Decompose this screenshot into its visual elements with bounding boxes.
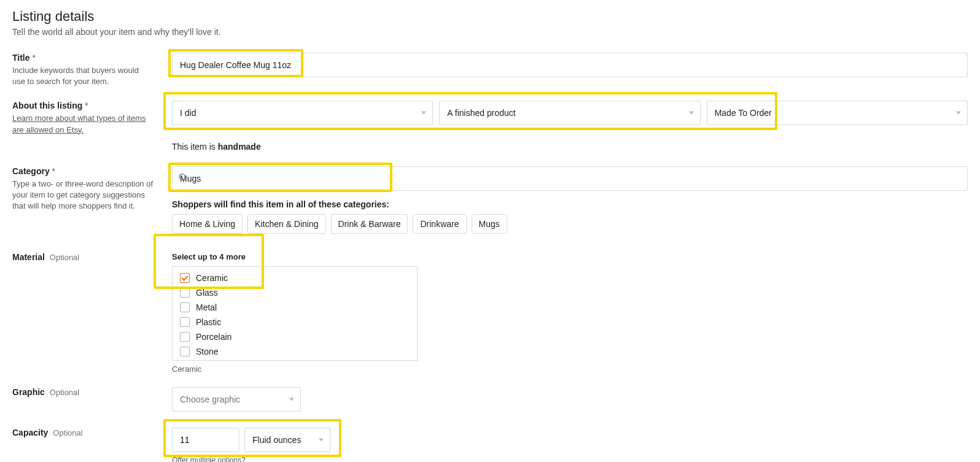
svg-line-1: [184, 179, 187, 181]
about-what-select[interactable]: A finished product: [439, 101, 700, 125]
search-icon: [178, 172, 188, 184]
title-input[interactable]: [172, 53, 968, 77]
capacity-unit-value: Fluid ounces: [252, 435, 301, 445]
title-help: Include keywords that buyers would use t…: [12, 65, 154, 87]
material-option-label: Glass: [196, 288, 218, 298]
graphic-label: Graphic: [12, 387, 45, 397]
category-search-input[interactable]: [172, 166, 968, 191]
title-label: Title: [12, 53, 154, 63]
about-who-select[interactable]: I did: [172, 101, 433, 125]
category-chip[interactable]: Drink & Barware: [331, 214, 408, 234]
about-when-select[interactable]: Made To Order: [707, 101, 968, 125]
category-label: Category: [12, 166, 154, 176]
about-label: About this listing: [12, 101, 154, 110]
svg-point-0: [179, 174, 185, 179]
chevron-down-icon: [289, 398, 294, 401]
graphic-optional: Optional: [50, 388, 79, 397]
checkbox-icon[interactable]: [180, 302, 190, 312]
category-help: Type a two- or three-word description of…: [12, 179, 154, 212]
checkbox-icon[interactable]: [180, 273, 190, 283]
material-option-label: Porcelain: [196, 332, 231, 342]
material-listbox[interactable]: CeramicGlassMetalPlasticPorcelainStone: [172, 266, 418, 361]
material-selected-summary: Ceramic: [172, 364, 968, 374]
material-note: Select up to 4 more: [172, 252, 968, 261]
chevron-down-icon: [956, 112, 961, 115]
capacity-optional: Optional: [53, 428, 82, 437]
graphic-placeholder: Choose graphic: [180, 395, 240, 404]
checkbox-icon[interactable]: [180, 347, 190, 356]
chevron-down-icon: [689, 112, 694, 115]
material-label: Material: [12, 252, 45, 262]
chevron-down-icon: [421, 112, 426, 115]
page-title: Listing details: [12, 9, 968, 25]
graphic-select[interactable]: Choose graphic: [172, 387, 301, 412]
capacity-unit-select[interactable]: Fluid ounces: [244, 428, 330, 452]
material-optional: Optional: [50, 253, 79, 262]
checkbox-icon[interactable]: [180, 332, 190, 342]
chevron-down-icon: [319, 438, 324, 441]
category-chip[interactable]: Kitchen & Dining: [247, 214, 326, 234]
material-option[interactable]: Ceramic: [173, 271, 417, 285]
material-option[interactable]: Glass: [173, 285, 417, 300]
material-option[interactable]: Metal: [173, 300, 417, 315]
material-option-label: Plastic: [196, 317, 221, 327]
offer-multiple-options-link[interactable]: Offer multiple options?: [172, 456, 968, 462]
checkbox-icon[interactable]: [180, 288, 190, 298]
page-subtitle: Tell the world all about your item and w…: [12, 27, 968, 37]
material-option[interactable]: Porcelain: [173, 329, 417, 344]
capacity-value-input[interactable]: [172, 428, 239, 452]
category-chip[interactable]: Drinkware: [413, 214, 466, 234]
material-option[interactable]: Stone: [173, 344, 417, 359]
category-chip[interactable]: Mugs: [472, 214, 507, 234]
material-option-label: Metal: [196, 302, 217, 312]
about-when-value: Made To Order: [715, 108, 772, 118]
about-help-link[interactable]: Learn more about what types of items are…: [12, 114, 146, 134]
handmade-note: This item is handmade: [172, 142, 968, 152]
category-find-note: Shoppers will find this item in all of t…: [172, 199, 968, 209]
capacity-label: Capacity: [12, 428, 48, 437]
checkbox-icon[interactable]: [180, 317, 190, 327]
category-chip[interactable]: Home & Living: [172, 214, 243, 234]
about-who-value: I did: [180, 108, 196, 118]
about-what-value: A finished product: [447, 108, 515, 118]
material-option-label: Stone: [196, 347, 219, 356]
material-option[interactable]: Plastic: [173, 315, 417, 329]
material-option-label: Ceramic: [196, 273, 228, 283]
